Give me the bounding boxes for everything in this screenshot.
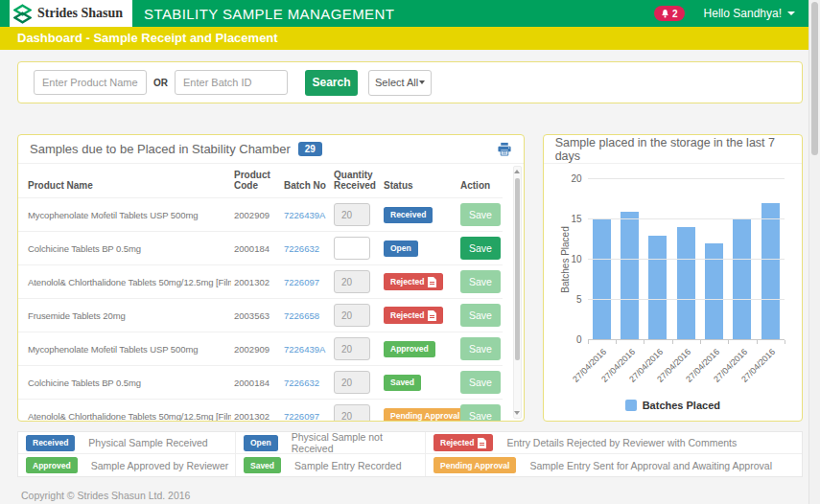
cell-product-code: 2000184 bbox=[231, 232, 281, 265]
quantity-input[interactable] bbox=[334, 404, 370, 421]
chart-bar[interactable] bbox=[761, 203, 780, 340]
cell-product-code: 2002909 bbox=[231, 332, 281, 366]
or-label: OR bbox=[153, 78, 168, 88]
save-button[interactable]: Save bbox=[460, 304, 501, 327]
batch-no-link[interactable]: 7226439A bbox=[284, 210, 325, 220]
status-badge: Approved bbox=[384, 341, 435, 357]
batch-no-link[interactable]: 7226658 bbox=[284, 310, 319, 321]
batch-no-link[interactable]: 7226097 bbox=[284, 277, 319, 287]
breadcrumb: Dashboard - Sample Receipt and Placement bbox=[0, 27, 820, 50]
search-panel: OR Search Select All bbox=[17, 61, 803, 103]
legend-status-badge: Saved bbox=[244, 457, 281, 473]
legend-description: Sample Entry Sent for Approval and Await… bbox=[529, 460, 772, 471]
legend-description: Sample Approved by Reviewer bbox=[91, 460, 229, 471]
batch-id-input[interactable] bbox=[175, 70, 288, 95]
notification-count: 2 bbox=[672, 9, 678, 19]
chart-bar[interactable] bbox=[621, 212, 639, 340]
chart-bar[interactable] bbox=[648, 236, 667, 340]
scroll-down-icon[interactable] bbox=[514, 411, 520, 415]
print-icon[interactable] bbox=[497, 142, 512, 156]
cell-action: Save bbox=[457, 232, 503, 265]
save-button[interactable]: Save bbox=[460, 270, 501, 293]
legend-description: Physical Sample Received bbox=[88, 437, 207, 448]
table-scroll-thumb[interactable] bbox=[515, 178, 520, 360]
bell-icon bbox=[661, 9, 669, 18]
search-button[interactable]: Search bbox=[305, 70, 358, 96]
column-header: Action bbox=[457, 164, 503, 198]
quantity-input[interactable] bbox=[334, 371, 370, 394]
table-scrollbar[interactable] bbox=[513, 166, 522, 419]
gridline bbox=[588, 339, 785, 340]
x-tick-mark bbox=[700, 340, 701, 344]
quantity-input[interactable] bbox=[334, 270, 370, 293]
scroll-up-icon[interactable] bbox=[514, 170, 520, 173]
x-tick-mark bbox=[785, 340, 785, 344]
save-button[interactable]: Save bbox=[460, 404, 501, 421]
cell-quantity bbox=[331, 400, 381, 422]
user-menu[interactable]: Hello Sandhya! bbox=[704, 7, 795, 20]
chart-legend[interactable]: Batches Placed bbox=[544, 400, 802, 411]
column-header: Batch No bbox=[281, 164, 331, 198]
cell-batch-no: 7226439A bbox=[281, 198, 331, 232]
save-button[interactable]: Save bbox=[460, 371, 501, 394]
cell-action: Save bbox=[457, 265, 503, 299]
page-scrollbar[interactable] bbox=[808, 0, 820, 504]
chart-bar[interactable] bbox=[593, 219, 611, 340]
cell-batch-no: 7226097 bbox=[281, 400, 331, 422]
gridline bbox=[588, 299, 785, 300]
x-tick-mark bbox=[616, 340, 617, 344]
legend-status-badge: Approved bbox=[26, 457, 78, 473]
legend-swatch bbox=[625, 400, 637, 411]
y-tick-label: 10 bbox=[550, 254, 582, 264]
quantity-input[interactable] bbox=[334, 337, 370, 360]
legend-description: Entry Details Rejected by Reviewer with … bbox=[506, 437, 737, 448]
filter-select[interactable]: Select All bbox=[368, 70, 432, 96]
status-badge: Open bbox=[384, 241, 418, 257]
y-tick-label: 5 bbox=[550, 294, 582, 305]
legend-status-badge: Rejected bbox=[433, 434, 493, 451]
chart-panel-title: Sample placed in the storage in the last… bbox=[555, 136, 790, 163]
page-scroll-thumb[interactable] bbox=[811, 2, 818, 155]
status-legend-item: ApprovedSample Approved by Reviewer bbox=[18, 454, 236, 476]
samples-table-header-row: Product NameProduct CodeBatch NoQuantity… bbox=[18, 164, 503, 198]
save-button[interactable]: Save bbox=[460, 203, 501, 226]
table-row: Colchicine Tablets BP 0.5mg2000184722663… bbox=[18, 232, 503, 265]
legend-description: Sample Entry Recorded bbox=[294, 460, 401, 471]
cell-action: Save bbox=[457, 299, 503, 332]
legend-status-badge: Pending Approval bbox=[433, 457, 516, 473]
chart-bar[interactable] bbox=[733, 219, 751, 340]
quantity-input[interactable] bbox=[334, 237, 370, 260]
column-header: Status bbox=[381, 164, 457, 198]
batch-no-link[interactable]: 7226097 bbox=[284, 411, 319, 422]
status-legend-item: RejectedEntry Details Rejected by Review… bbox=[426, 432, 802, 454]
cell-quantity bbox=[331, 265, 381, 299]
product-name-input[interactable] bbox=[34, 70, 147, 95]
chart-panel: Sample placed in the storage in the last… bbox=[543, 134, 803, 422]
cell-action: Save bbox=[457, 400, 503, 422]
cell-batch-no: 7226632 bbox=[281, 366, 331, 400]
quantity-input[interactable] bbox=[334, 304, 370, 327]
cell-action: Save bbox=[457, 332, 503, 366]
cell-batch-no: 7226097 bbox=[281, 265, 331, 299]
save-button[interactable]: Save bbox=[460, 337, 501, 360]
table-row: Frusemide Tablets 20mg20035637226658Reje… bbox=[18, 299, 503, 332]
quantity-input[interactable] bbox=[334, 203, 370, 226]
batch-no-link[interactable]: 7226632 bbox=[284, 243, 319, 254]
main-content: Samples due to be Placed in Stability Ch… bbox=[17, 134, 803, 422]
cell-product-code: 2002909 bbox=[231, 198, 281, 232]
status-badge: Saved bbox=[384, 375, 421, 391]
batch-no-link[interactable]: 7226632 bbox=[284, 378, 319, 388]
notification-button[interactable]: 2 bbox=[654, 6, 685, 21]
status-legend-item: ReceivedPhysical Sample Received bbox=[18, 432, 236, 454]
save-button[interactable]: Save bbox=[460, 237, 501, 260]
cell-batch-no: 7226632 bbox=[281, 232, 331, 265]
brand-logo[interactable]: Strides Shasun bbox=[0, 0, 132, 27]
table-row: Mycophenolate Mofetil Tablets USP 500mg2… bbox=[18, 332, 503, 366]
legend-label: Batches Placed bbox=[643, 400, 720, 411]
chart-bar[interactable] bbox=[677, 227, 695, 340]
copyright-text: Copyright © Strides Shasun Ltd. 2016 bbox=[21, 490, 820, 501]
batch-no-link[interactable]: 7226439A bbox=[284, 344, 325, 355]
cell-product-code: 2001302 bbox=[231, 400, 281, 422]
table-row: Colchicine Tablets BP 0.5mg2000184722663… bbox=[18, 366, 503, 400]
cell-product-name: Atenolol& Chlorthalidone Tablets 50mg/12… bbox=[18, 265, 231, 299]
